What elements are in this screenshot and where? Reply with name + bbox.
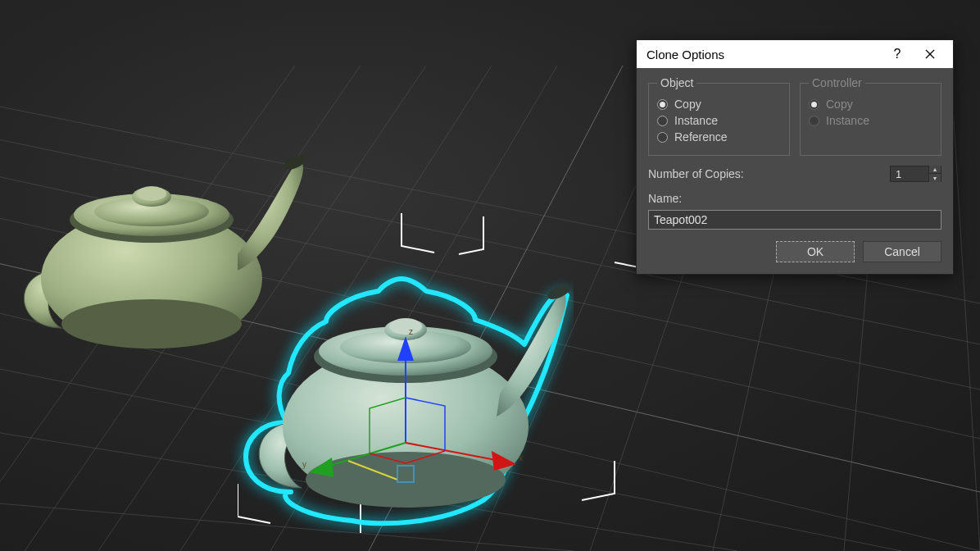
svg-point-35 [389, 318, 422, 335]
radio-ctrl-instance: Instance [809, 114, 932, 127]
teapot-clone-selected[interactable]: z x y [229, 238, 574, 533]
radio-ctrl-copy: Copy [809, 98, 932, 111]
radio-icon [657, 116, 668, 126]
svg-point-21 [61, 299, 242, 348]
cancel-button[interactable]: Cancel [863, 241, 941, 262]
help-button[interactable]: ? [881, 40, 914, 68]
radio-icon [657, 99, 668, 110]
controller-group: Controller Copy Instance [800, 76, 941, 156]
object-legend: Object [657, 76, 696, 89]
axis-label-z: z [409, 327, 413, 336]
radio-reference[interactable]: Reference [657, 130, 781, 143]
svg-line-17 [951, 66, 980, 551]
copies-label: Number of Copies: [648, 167, 882, 180]
radio-icon [809, 99, 819, 110]
axis-label-y: y [302, 460, 306, 469]
svg-point-29 [306, 452, 506, 508]
radio-instance[interactable]: Instance [657, 114, 781, 127]
name-label: Name: [648, 192, 941, 205]
close-button[interactable] [914, 40, 946, 68]
close-icon [925, 49, 935, 59]
radio-copy[interactable]: Copy [657, 98, 781, 111]
spinner-up-icon[interactable]: ▲ [929, 166, 941, 174]
help-icon: ? [894, 47, 901, 61]
copies-spinner[interactable]: 1 ▲ ▼ [890, 166, 941, 182]
spinner-down-icon[interactable]: ▼ [929, 174, 941, 182]
radio-icon [657, 132, 668, 143]
svg-point-27 [137, 186, 166, 201]
ok-button[interactable]: OK [776, 241, 855, 262]
axis-label-x: x [519, 453, 523, 462]
controller-legend: Controller [809, 76, 865, 89]
clone-options-dialog: Clone Options ? Object Copy Instance [636, 39, 954, 275]
object-group: Object Copy Instance Reference [648, 76, 790, 156]
radio-icon [809, 116, 819, 126]
name-input[interactable] [648, 210, 941, 230]
dialog-titlebar[interactable]: Clone Options ? [637, 40, 953, 68]
copies-value[interactable]: 1 [891, 168, 928, 180]
dialog-title: Clone Options [647, 48, 881, 61]
